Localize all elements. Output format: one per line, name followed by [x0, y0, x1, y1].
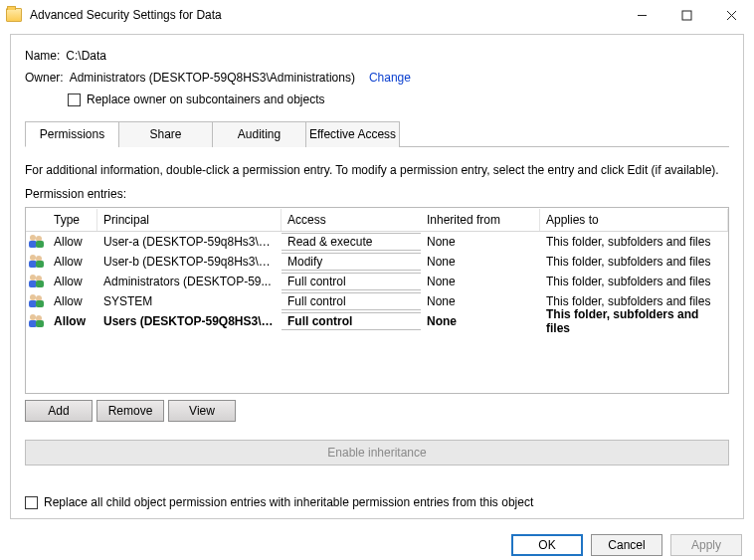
replace-all-label: Replace all child object permission entr…: [44, 495, 533, 509]
tab-share[interactable]: Share: [118, 121, 213, 147]
cell-applies: This folder, subfolders and files: [540, 254, 728, 270]
cell-inherited: None: [421, 274, 540, 289]
cell-type: Allow: [48, 234, 97, 250]
cell-access: Full control: [282, 273, 421, 290]
cell-access: Modify: [282, 253, 421, 271]
cell-inherited: None: [421, 313, 540, 329]
table-row[interactable]: AllowUser-a (DESKTOP-59q8Hs3\U...Read & …: [26, 232, 728, 252]
enable-inheritance-row: Enable inheritance: [25, 440, 729, 466]
entry-buttons: Add Remove View: [25, 400, 729, 422]
tab-auditing[interactable]: Auditing: [212, 121, 306, 147]
cell-applies: This folder, subfolders and files: [540, 234, 728, 250]
col-type[interactable]: Type: [48, 209, 97, 231]
cell-principal: SYSTEM: [97, 293, 282, 309]
cell-type: Allow: [48, 313, 97, 329]
remove-button[interactable]: Remove: [96, 400, 164, 422]
table-row[interactable]: AllowUser-b (DESKTOP-59q8Hs3\U...ModifyN…: [26, 252, 728, 272]
tab-effective-access[interactable]: Effective Access: [305, 121, 400, 147]
folder-icon: [6, 8, 22, 22]
view-button[interactable]: View: [168, 400, 236, 422]
cell-access: Full control: [282, 312, 421, 330]
cell-type: Allow: [48, 293, 97, 309]
cell-access: Read & execute: [282, 233, 421, 251]
content-pane: Name: C:\Data Owner: Administrators (DES…: [10, 34, 744, 519]
replace-owner-label: Replace owner on subcontainers and objec…: [87, 93, 324, 106]
cell-principal: User-b (DESKTOP-59q8Hs3\U...: [97, 254, 282, 270]
table-row[interactable]: AllowUsers (DESKTOP-59Q8HS3\Us.Full cont…: [26, 311, 728, 331]
entries-label: Permission entries:: [25, 187, 729, 201]
name-label: Name:: [25, 49, 60, 63]
tabs: Permissions Share Auditing Effective Acc…: [25, 120, 729, 147]
add-button[interactable]: Add: [25, 400, 93, 422]
cell-applies: This folder, subfolders and files: [540, 306, 728, 336]
name-value: C:\Data: [66, 49, 106, 63]
window-title: Advanced Security Settings for Data: [30, 8, 222, 22]
grid-header: Type Principal Access Inherited from App…: [26, 208, 728, 232]
cancel-button[interactable]: Cancel: [591, 534, 662, 556]
name-row: Name: C:\Data: [25, 49, 729, 63]
change-owner-link[interactable]: Change: [369, 71, 411, 85]
owner-label: Owner:: [25, 71, 64, 85]
info-text: For additional information, double-click…: [25, 163, 729, 177]
cell-applies: This folder, subfolders and files: [540, 274, 728, 289]
cell-access: Full control: [282, 292, 421, 310]
ok-button[interactable]: OK: [511, 534, 583, 556]
col-inherited[interactable]: Inherited from: [421, 209, 540, 231]
replace-all-row: Replace all child object permission entr…: [25, 495, 729, 509]
people-icon: [26, 314, 48, 328]
maximize-button[interactable]: [664, 0, 709, 30]
people-icon: [26, 294, 48, 308]
close-button[interactable]: [709, 0, 754, 30]
cell-principal: Administrators (DESKTOP-59...: [97, 274, 282, 289]
people-icon: [26, 255, 48, 269]
replace-owner-checkbox[interactable]: [68, 93, 81, 106]
owner-value: Administrators (DESKTOP-59Q8HS3\Administ…: [70, 71, 355, 85]
col-applies[interactable]: Applies to: [540, 209, 728, 231]
cell-inherited: None: [421, 293, 540, 309]
col-access[interactable]: Access: [282, 209, 421, 231]
col-principal[interactable]: Principal: [97, 209, 282, 231]
permission-grid: Type Principal Access Inherited from App…: [25, 207, 729, 394]
cell-type: Allow: [48, 274, 97, 289]
replace-all-checkbox[interactable]: [25, 496, 38, 509]
minimize-button[interactable]: [620, 0, 664, 30]
replace-owner-row: Replace owner on subcontainers and objec…: [25, 93, 729, 106]
owner-row: Owner: Administrators (DESKTOP-59Q8HS3\A…: [25, 71, 729, 85]
cell-type: Allow: [48, 254, 97, 270]
table-row[interactable]: AllowAdministrators (DESKTOP-59...Full c…: [26, 272, 728, 291]
cell-inherited: None: [421, 254, 540, 270]
dialog-footer: OK Cancel Apply: [511, 534, 742, 556]
cell-principal: Users (DESKTOP-59Q8HS3\Us.: [97, 313, 282, 329]
people-icon: [26, 235, 48, 249]
enable-inheritance-button[interactable]: Enable inheritance: [25, 440, 729, 466]
apply-button[interactable]: Apply: [670, 534, 742, 556]
tab-permissions[interactable]: Permissions: [25, 121, 119, 147]
people-icon: [26, 275, 48, 288]
cell-inherited: None: [421, 234, 540, 250]
cell-principal: User-a (DESKTOP-59q8Hs3\U...: [97, 234, 282, 250]
titlebar: Advanced Security Settings for Data: [0, 0, 754, 30]
svg-rect-1: [682, 11, 691, 20]
